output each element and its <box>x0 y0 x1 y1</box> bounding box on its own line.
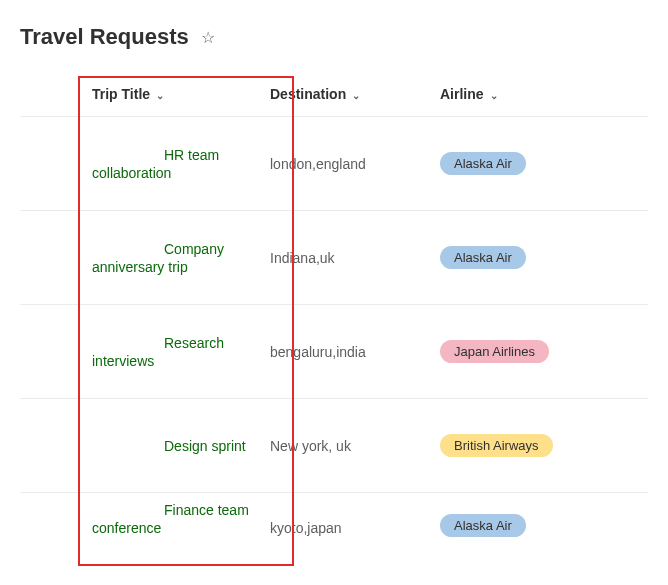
table-row: Design sprintNew york, ukBritish Airways <box>20 399 648 493</box>
airline-pill[interactable]: Japan Airlines <box>440 340 549 363</box>
column-header-label: Trip Title <box>92 86 150 102</box>
table-row: Research interviewsbengaluru,indiaJapan … <box>20 305 648 399</box>
trip-title-link[interactable]: HR team collaboration <box>92 147 219 181</box>
destination-text: New york, uk <box>270 438 351 454</box>
airline-pill[interactable]: British Airways <box>440 434 553 457</box>
table-row: Finance team conferencekyoto,japanAlaska… <box>20 493 648 541</box>
column-header-label: Destination <box>270 86 346 102</box>
airline-pill[interactable]: Alaska Air <box>440 246 526 269</box>
chevron-down-icon: ⌄ <box>352 90 360 101</box>
destination-text: london,england <box>270 156 366 172</box>
chevron-down-icon: ⌄ <box>156 90 164 101</box>
column-header-airline[interactable]: Airline ⌄ <box>440 86 580 102</box>
page-header: Travel Requests ☆ <box>0 0 668 76</box>
list-container: Trip Title ⌄ Destination ⌄ Airline ⌄ HR … <box>0 76 668 541</box>
destination-text: bengaluru,india <box>270 344 366 360</box>
trip-title-link[interactable]: Company anniversary trip <box>92 241 224 275</box>
page-title: Travel Requests <box>20 24 189 50</box>
table-header-row: Trip Title ⌄ Destination ⌄ Airline ⌄ <box>20 76 648 117</box>
table-row: HR team collaborationlondon,englandAlask… <box>20 117 648 211</box>
table-body: HR team collaborationlondon,englandAlask… <box>20 117 648 541</box>
airline-pill[interactable]: Alaska Air <box>440 514 526 537</box>
column-header-destination[interactable]: Destination ⌄ <box>270 86 440 102</box>
trip-title-link[interactable]: Design sprint <box>92 438 246 454</box>
destination-text: Indiana,uk <box>270 250 335 266</box>
chevron-down-icon: ⌄ <box>490 90 498 101</box>
column-header-label: Airline <box>440 86 484 102</box>
destination-text: kyoto,japan <box>270 520 342 536</box>
trip-title-link[interactable]: Research interviews <box>92 335 224 369</box>
column-header-trip-title[interactable]: Trip Title ⌄ <box>20 86 270 102</box>
table-row: Company anniversary tripIndiana,ukAlaska… <box>20 211 648 305</box>
airline-pill[interactable]: Alaska Air <box>440 152 526 175</box>
favorite-star-icon[interactable]: ☆ <box>201 28 215 47</box>
trip-title-link[interactable]: Finance team conference <box>92 502 249 536</box>
